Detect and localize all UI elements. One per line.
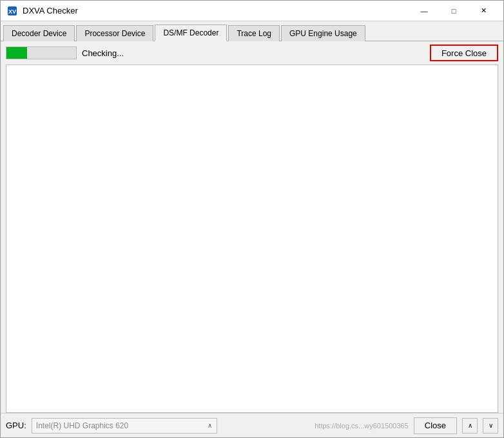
tab-decoder-device[interactable]: Decoder Device: [3, 25, 75, 41]
checking-label: Checking...: [82, 48, 124, 58]
gpu-dropdown-chevron[interactable]: ∧: [203, 419, 216, 432]
app-icon: XV: [6, 5, 19, 17]
window-controls: — □ ✕: [409, 1, 498, 21]
tab-ds-mf-decoder[interactable]: DS/MF Decoder: [155, 25, 227, 41]
gpu-label: GPU:: [6, 421, 26, 430]
gpu-select[interactable]: Intel(R) UHD Graphics 620: [32, 418, 217, 433]
svg-text:XV: XV: [8, 8, 16, 15]
progress-bar-fill: [6, 47, 27, 59]
minimize-button[interactable]: —: [409, 1, 439, 21]
maximize-button[interactable]: □: [439, 1, 469, 21]
tab-bar: Decoder Device Processor Device DS/MF De…: [1, 21, 503, 41]
close-bottom-button[interactable]: Close: [414, 417, 457, 434]
force-close-button[interactable]: Force Close: [430, 45, 498, 61]
main-window: XV DXVA Checker — □ ✕ Decoder Device Pro…: [0, 0, 504, 438]
watermark: https://blog.cs...wy601500365: [222, 422, 408, 430]
toolbar: Checking... Force Close: [1, 41, 503, 65]
scroll-down-button[interactable]: ∨: [483, 418, 498, 433]
gpu-value: Intel(R) UHD Graphics 620: [36, 421, 128, 430]
window-title: DXVA Checker: [23, 6, 409, 15]
scroll-up-button[interactable]: ∧: [462, 418, 478, 433]
tab-gpu-engine-usage[interactable]: GPU Engine Usage: [281, 25, 365, 41]
gpu-select-wrapper: Intel(R) UHD Graphics 620 ∧: [32, 418, 217, 433]
close-button[interactable]: ✕: [469, 1, 498, 21]
tab-processor-device[interactable]: Processor Device: [76, 25, 153, 41]
tab-trace-log[interactable]: Trace Log: [228, 25, 280, 41]
content-area[interactable]: [6, 65, 498, 413]
progress-bar: [6, 46, 77, 59]
title-bar: XV DXVA Checker — □ ✕: [1, 1, 503, 21]
bottom-bar: GPU: Intel(R) UHD Graphics 620 ∧ https:/…: [1, 413, 503, 437]
